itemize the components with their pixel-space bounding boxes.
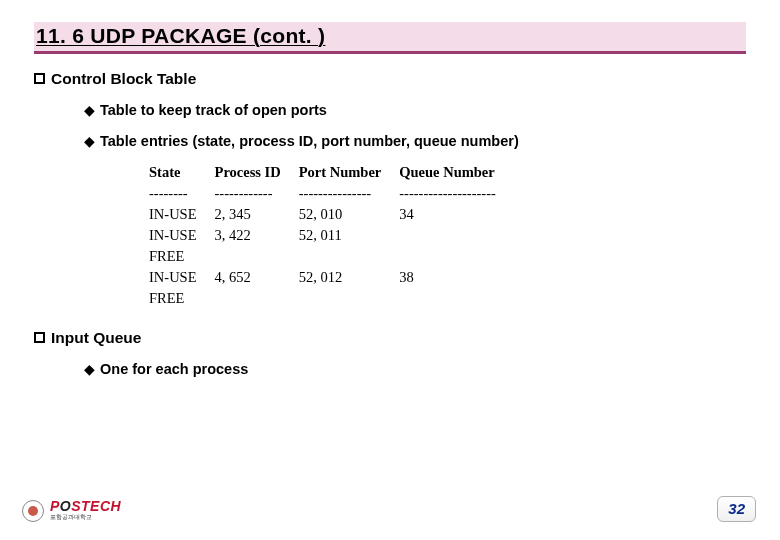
cell: FREE: [149, 288, 215, 309]
table-row: IN-USE 3, 422 52, 011: [149, 225, 514, 246]
cell: [215, 246, 299, 267]
cell: 52, 011: [299, 225, 400, 246]
cell: --------------------: [399, 183, 514, 204]
cell: IN-USE: [149, 225, 215, 246]
cell: [299, 288, 400, 309]
cell: [215, 288, 299, 309]
cell: --------: [149, 183, 215, 204]
cell: [399, 246, 514, 267]
page-number-box: 32: [717, 496, 756, 522]
cell: 3, 422: [215, 225, 299, 246]
cell: ---------------: [299, 183, 400, 204]
cell: IN-USE: [149, 267, 215, 288]
diamond-bullet-icon: ◆: [84, 133, 95, 150]
cell: IN-USE: [149, 204, 215, 225]
cell: 52, 010: [299, 204, 400, 225]
bullet-item: ◆ Table to keep track of open ports: [84, 102, 746, 119]
seal-icon: [22, 500, 44, 522]
bullet-text: Table entries (state, process ID, port n…: [100, 133, 519, 149]
cell: 4, 652: [215, 267, 299, 288]
square-bullet-icon: [34, 332, 45, 343]
page-number: 32: [728, 500, 745, 517]
postech-logo: POSTECH 포항공과대학교: [22, 500, 121, 522]
content: Control Block Table ◆ Table to keep trac…: [34, 70, 746, 378]
diamond-bullet-icon: ◆: [84, 102, 95, 119]
logo-subtext: 포항공과대학교: [50, 513, 121, 522]
cell: [299, 246, 400, 267]
cell: 52, 012: [299, 267, 400, 288]
cell: 38: [399, 267, 514, 288]
bullet-item: ◆ Table entries (state, process ID, port…: [84, 133, 746, 150]
table-dash-row: -------- ------------ --------------- --…: [149, 183, 514, 204]
table-row: IN-USE 4, 652 52, 012 38: [149, 267, 514, 288]
section-control-block-table: Control Block Table ◆ Table to keep trac…: [34, 70, 746, 309]
bullet-text: Table to keep track of open ports: [100, 102, 327, 118]
diamond-bullet-icon: ◆: [84, 361, 95, 378]
square-bullet-icon: [34, 73, 45, 84]
table-row: IN-USE 2, 345 52, 010 34: [149, 204, 514, 225]
bullet-text: One for each process: [100, 361, 248, 377]
cell: [399, 225, 514, 246]
cell: FREE: [149, 246, 215, 267]
title-bar: 11. 6 UDP PACKAGE (cont. ): [34, 22, 746, 54]
section-input-queue: Input Queue ◆ One for each process: [34, 329, 746, 378]
bullet-item: ◆ One for each process: [84, 361, 746, 378]
cell: [399, 288, 514, 309]
col-header-state: State: [149, 164, 215, 183]
col-header-queue-number: Queue Number: [399, 164, 514, 183]
cell: 34: [399, 204, 514, 225]
logo-text: POSTECH 포항공과대학교: [50, 500, 121, 522]
cell: 2, 345: [215, 204, 299, 225]
col-header-process-id: Process ID: [215, 164, 299, 183]
cell: ------------: [215, 183, 299, 204]
section-heading: Control Block Table: [51, 70, 196, 88]
table-row: FREE: [149, 288, 514, 309]
section-heading: Input Queue: [51, 329, 141, 347]
col-header-port-number: Port Number: [299, 164, 400, 183]
slide-title: 11. 6 UDP PACKAGE (cont. ): [36, 24, 325, 47]
control-block-table: State Process ID Port Number Queue Numbe…: [149, 164, 514, 309]
table-row: FREE: [149, 246, 514, 267]
table-header-row: State Process ID Port Number Queue Numbe…: [149, 164, 514, 183]
